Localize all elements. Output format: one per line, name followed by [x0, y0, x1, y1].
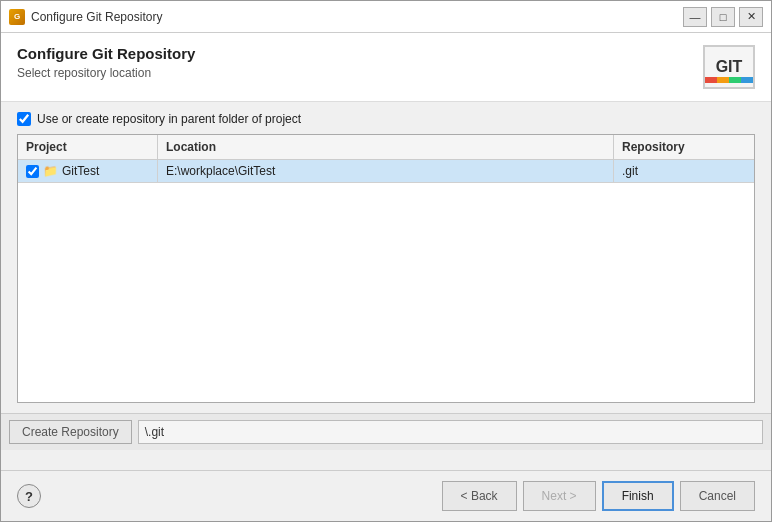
- table-body: 📁 GitTest E:\workplace\GitTest .git: [18, 160, 754, 402]
- checkbox-row: Use or create repository in parent folde…: [17, 112, 755, 126]
- cell-location: E:\workplace\GitTest: [158, 160, 614, 182]
- bottom-bar: Create Repository \.git: [1, 413, 771, 450]
- create-repository-button[interactable]: Create Repository: [9, 420, 132, 444]
- cancel-button[interactable]: Cancel: [680, 481, 755, 511]
- footer: ? < Back Next > Finish Cancel: [1, 470, 771, 521]
- project-name: GitTest: [62, 164, 99, 178]
- window-controls: — □ ✕: [683, 7, 763, 27]
- finish-button[interactable]: Finish: [602, 481, 674, 511]
- title-bar: G Configure Git Repository — □ ✕: [1, 1, 771, 33]
- window-title: Configure Git Repository: [31, 10, 162, 24]
- git-logo: GIT: [703, 45, 755, 89]
- title-bar-left: G Configure Git Repository: [9, 9, 162, 25]
- maximize-button[interactable]: □: [711, 7, 735, 27]
- project-table: Project Location Repository 📁 GitTest E:…: [17, 134, 755, 403]
- git-logo-bar: [705, 77, 753, 83]
- git-logo-text: GIT: [716, 58, 743, 76]
- repository-value: .git: [622, 164, 638, 178]
- table-row[interactable]: 📁 GitTest E:\workplace\GitTest .git: [18, 160, 754, 183]
- table-header: Project Location Repository: [18, 135, 754, 160]
- cell-repository: .git: [614, 160, 754, 182]
- next-button[interactable]: Next >: [523, 481, 596, 511]
- folder-icon: 📁: [43, 164, 58, 178]
- col-project: Project: [18, 135, 158, 159]
- help-button[interactable]: ?: [17, 484, 41, 508]
- header-section: Configure Git Repository Select reposito…: [1, 33, 771, 102]
- header-subtitle: Select repository location: [17, 66, 195, 80]
- back-button[interactable]: < Back: [442, 481, 517, 511]
- app-icon: G: [9, 9, 25, 25]
- use-parent-folder-checkbox[interactable]: [17, 112, 31, 126]
- location-value: E:\workplace\GitTest: [166, 164, 275, 178]
- content-area: Use or create repository in parent folde…: [1, 102, 771, 413]
- path-display: \.git: [138, 420, 763, 444]
- col-repository: Repository: [614, 135, 754, 159]
- close-button[interactable]: ✕: [739, 7, 763, 27]
- footer-left: ?: [17, 484, 41, 508]
- main-window: G Configure Git Repository — □ ✕ Configu…: [0, 0, 772, 522]
- col-location: Location: [158, 135, 614, 159]
- row-checkbox[interactable]: [26, 165, 39, 178]
- footer-right: < Back Next > Finish Cancel: [442, 481, 755, 511]
- header-left: Configure Git Repository Select reposito…: [17, 45, 195, 80]
- use-parent-folder-label: Use or create repository in parent folde…: [37, 112, 301, 126]
- cell-project: 📁 GitTest: [18, 160, 158, 182]
- spacer: [1, 450, 771, 470]
- header-title: Configure Git Repository: [17, 45, 195, 62]
- minimize-button[interactable]: —: [683, 7, 707, 27]
